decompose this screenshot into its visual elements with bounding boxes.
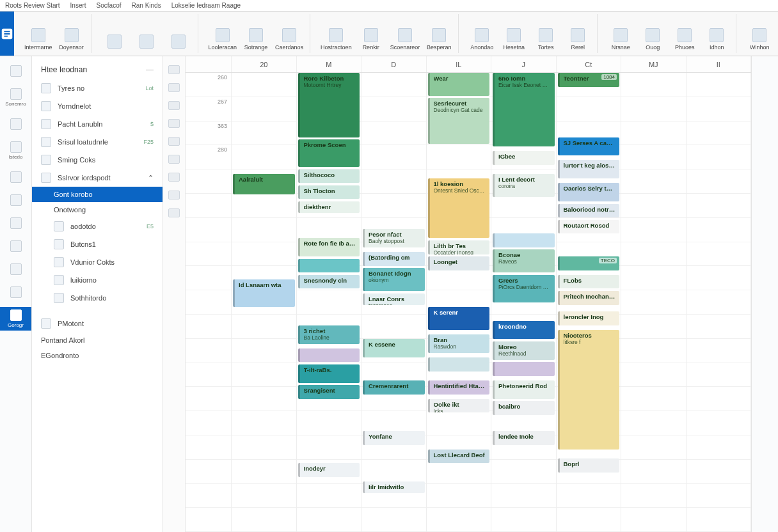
calendar-event[interactable]: Bonanet Idognokionym [363, 268, 425, 291]
ribbon-button[interactable]: Looleracan [207, 15, 239, 52]
gutter-icon[interactable] [168, 191, 180, 199]
calendar-event[interactable]: Rote fon fie Ib arkst earl [298, 238, 360, 256]
calendar-event[interactable]: Teontner1084 [558, 73, 620, 87]
day-column[interactable] [621, 73, 687, 532]
gutter-icon[interactable] [168, 137, 180, 146]
calendar-event[interactable]: 3 richetBa Laoline [298, 325, 360, 344]
calendar-event[interactable] [298, 348, 360, 363]
nav-item[interactable]: luikiorno [32, 271, 163, 289]
ribbon-button[interactable] [164, 15, 193, 52]
nav-item[interactable]: Sothhitordo [32, 289, 163, 307]
gutter-icon[interactable] [168, 83, 180, 92]
calendar-event[interactable]: Oolke iktIcks [428, 399, 490, 413]
rail-item[interactable] [0, 63, 31, 79]
gutter-icon[interactable] [168, 173, 180, 182]
calendar-event[interactable] [493, 233, 555, 247]
ribbon-button[interactable]: Ouog [639, 15, 667, 52]
day-column[interactable]: Teontner1084SJ Serses A cakho ulurtor't … [557, 73, 622, 532]
ribbon-button[interactable] [132, 15, 161, 52]
ribbon-button[interactable] [100, 15, 129, 52]
calendar-event[interactable]: Lilth br TesOccatder Inonsg [428, 240, 490, 254]
calendar-event[interactable]: Cremenrarent [363, 380, 425, 395]
ribbon-button[interactable]: Scoenareor [389, 15, 422, 52]
ribbon-button[interactable]: Tortes [532, 15, 560, 52]
calendar-event[interactable] [493, 362, 555, 376]
calendar-event[interactable]: T-ilt-raBs. [298, 364, 360, 383]
rail-item[interactable]: Gorogr [0, 307, 31, 331]
calendar-event[interactable]: Snesnondy cln [298, 275, 360, 289]
calendar-event[interactable]: lendee Inole [493, 431, 555, 445]
calendar-event[interactable]: K essene [363, 339, 425, 357]
ribbon-button[interactable]: Hostractoen [319, 15, 353, 52]
calendar-event[interactable]: Pesor nfactBaoly stoppost [363, 229, 425, 247]
day-column[interactable]: Roro KilbetonMotoornt HrtreyPkrome Scoen… [297, 73, 362, 532]
calendar-event[interactable]: I Lent decortcoroira [493, 174, 555, 197]
ribbon-button[interactable]: Nrsnae [607, 15, 635, 52]
nav-footer-item[interactable]: EGondronto [32, 348, 163, 363]
rail-item[interactable] [0, 238, 31, 254]
calendar-event[interactable]: lurtor't keg alosed [558, 160, 620, 178]
calendar-event[interactable]: Loonget [428, 256, 490, 270]
tab[interactable]: Ran Kinds [132, 2, 161, 9]
calendar-event[interactable]: Iilr Imidwitlo [363, 481, 425, 493]
calendar-event[interactable]: 1l koesionOntesnt Snied Osciond [428, 178, 490, 238]
calendar-event[interactable]: Phetoneerid Rod [493, 380, 555, 399]
day-column[interactable]: 6no IomnEicar Issk Eeonet DofrcodsIGbeeI… [491, 73, 557, 532]
day-column[interactable]: AalralultId Lsnaarn wta [232, 73, 297, 532]
calendar-grid[interactable]: 260267363280 AalralultId Lsnaarn wtaRoro… [186, 73, 751, 532]
ribbon-button[interactable]: Rerel [564, 15, 592, 52]
calendar-event[interactable]: BranRaswdon [428, 334, 490, 353]
calendar-event[interactable]: SesriecuretDeodnicyn Gat cade [428, 98, 490, 144]
calendar-event[interactable]: TECO [558, 256, 620, 270]
calendar-event[interactable]: Boprl [558, 458, 620, 473]
tab[interactable]: Roots Review Start [5, 2, 60, 9]
ribbon-button[interactable]: Renkir [357, 15, 385, 52]
ribbon-button[interactable]: Winhon [745, 15, 774, 52]
calendar-event[interactable]: Inodeyr [298, 463, 360, 477]
nav-item[interactable]: Butcns1 [32, 235, 163, 253]
ribbon-button[interactable]: Intermarne [23, 15, 54, 52]
calendar-event[interactable]: leroncler Inog [558, 311, 620, 325]
calendar-event[interactable]: Silthococo [298, 169, 360, 184]
gutter-icon[interactable] [168, 119, 180, 128]
calendar-event[interactable]: 6no IomnEicar Issk Eeonet Dofrcods [493, 73, 555, 146]
calendar-event[interactable]: Aalralult [233, 174, 295, 194]
app-menu-button[interactable] [0, 12, 14, 56]
calendar-event[interactable]: diekthenr [298, 201, 360, 213]
calendar-event[interactable] [298, 259, 360, 273]
day-column[interactable]: WearSesriecuretDeodnicyn Gat cade1l koes… [427, 73, 492, 532]
calendar-event[interactable] [428, 357, 490, 372]
calendar-event[interactable]: FLobs [558, 275, 620, 289]
calendar-event[interactable]: Niooteroslitksre f [558, 330, 620, 450]
ribbon-button[interactable]: Sotrange [242, 15, 270, 52]
ribbon-button[interactable]: Hesetna [500, 15, 528, 52]
nav-footer-item[interactable]: Pontand Akorl [32, 332, 163, 348]
calendar-event[interactable]: (Batording cm [363, 252, 425, 266]
calendar-event[interactable]: BconaeRaveos [493, 249, 555, 272]
nav-item[interactable]: Gont korobo [32, 187, 163, 202]
calendar-event[interactable]: MoreoReethlnaod [493, 341, 555, 360]
calendar-event[interactable]: Yonfane [363, 431, 425, 445]
ribbon-button[interactable]: Phuoes [671, 15, 699, 52]
rail-item[interactable] [0, 215, 31, 231]
gutter-icon[interactable] [168, 208, 180, 217]
rail-item[interactable] [0, 192, 31, 208]
calendar-event[interactable]: Routaort Rosod [558, 220, 620, 234]
calendar-event[interactable]: IGbee [493, 151, 555, 165]
calendar-event[interactable]: Wear [428, 73, 490, 96]
nav-item[interactable]: aodotdoE5 [32, 217, 163, 235]
tab[interactable]: Socfacof [97, 2, 122, 9]
gutter-icon[interactable] [168, 155, 180, 164]
nav-item[interactable]: Sming Coks [32, 151, 163, 169]
gutter-icon[interactable] [168, 65, 180, 74]
rail-item[interactable]: Sonemro [0, 86, 31, 109]
nav-item[interactable]: Yorndnelot [32, 97, 163, 115]
calendar-event[interactable]: GreersPiOrcs Daentdorn Anidtedets Ia [493, 275, 555, 302]
calendar-event[interactable]: kroondno [493, 321, 555, 340]
nav-footer-item[interactable]: PMotont [32, 315, 163, 332]
calendar-event[interactable]: bcaibro [493, 401, 555, 415]
nav-item[interactable]: Onotwong [32, 202, 163, 217]
ribbon-button[interactable]: Doyensor [58, 15, 86, 52]
rail-item[interactable] [0, 284, 31, 301]
calendar-event[interactable]: K serenr [428, 307, 490, 330]
